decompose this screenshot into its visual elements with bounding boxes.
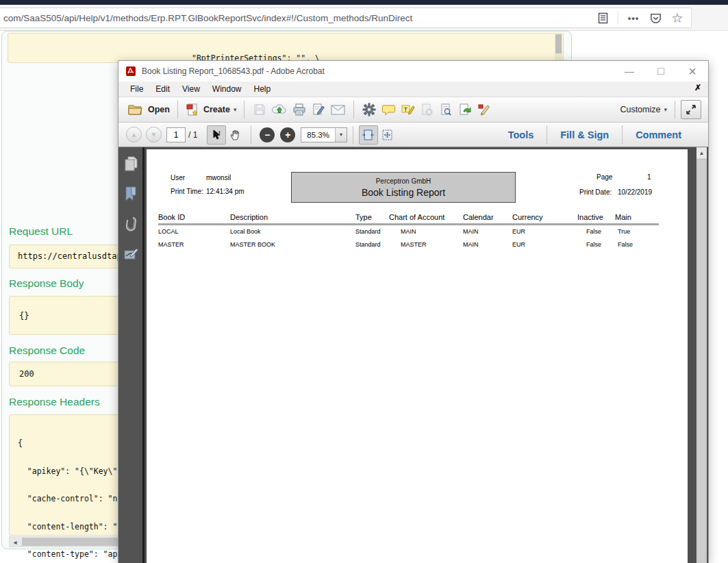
previous-page-button[interactable]: ▲	[126, 127, 142, 142]
toolbar-separator	[675, 101, 675, 118]
upload-cloud-icon	[271, 103, 288, 116]
select-tool-button[interactable]	[207, 125, 226, 145]
attachments-button[interactable]	[121, 214, 140, 233]
tab-tools[interactable]: Tools	[495, 126, 547, 144]
document-scrollbar-thumb[interactable]	[697, 159, 706, 562]
table-cell: Local Book	[230, 228, 261, 235]
expand-window-button[interactable]	[681, 100, 701, 119]
next-page-button[interactable]: ▼	[146, 127, 162, 142]
fill-sign-pen-icon	[477, 103, 491, 116]
open-label: Open	[148, 105, 170, 114]
response-body-heading: Response Body	[9, 277, 84, 290]
reader-mode-icon[interactable]	[596, 11, 610, 25]
fit-page-button[interactable]	[378, 125, 397, 145]
user-value: mwonsil	[206, 174, 231, 182]
toolbar-separator	[251, 126, 251, 144]
email-button[interactable]	[328, 100, 348, 119]
close-button[interactable]: ×	[677, 61, 708, 82]
menu-file[interactable]: File	[124, 84, 149, 94]
report-title-box: Perceptron GmbH Book Listing Report	[291, 172, 516, 203]
create-button[interactable]: Create ▾	[184, 100, 238, 119]
fit-width-button[interactable]	[359, 125, 378, 145]
customize-button[interactable]: Customize ▾	[614, 100, 669, 119]
settings-button[interactable]	[360, 100, 379, 119]
fit-width-icon	[362, 129, 375, 141]
zoom-caret-icon[interactable]: ▾	[335, 128, 347, 142]
bookmark-star-icon[interactable]: ☆	[670, 11, 684, 25]
table-cell: EUR	[512, 228, 525, 235]
minimize-button[interactable]: —	[614, 61, 645, 82]
signatures-button[interactable]	[121, 245, 140, 263]
scroll-up-icon[interactable]: ▲	[696, 148, 707, 158]
table-header-rule	[158, 223, 659, 225]
menu-window[interactable]: Window	[206, 84, 248, 94]
bookmark-icon	[123, 186, 138, 202]
col-header-description: Description	[230, 213, 268, 221]
page-number-input[interactable]	[166, 127, 186, 142]
upload-cloud-button[interactable]	[269, 100, 290, 119]
save-button[interactable]	[250, 100, 269, 119]
zoom-level-control[interactable]: 85.3% ▾	[301, 127, 347, 142]
search-page-button[interactable]	[436, 100, 455, 119]
table-cell: False	[586, 241, 601, 248]
fill-sign-pen-button[interactable]	[475, 100, 494, 119]
bookmarks-button[interactable]	[121, 184, 140, 203]
user-label: User	[171, 174, 185, 182]
acrobat-menu-bar: File Edit View Window Help	[118, 82, 708, 97]
url-bar[interactable]: com/SaaS505/api/Help/v1/methods/Erp.RPT.…	[0, 8, 692, 28]
page-actions-icon[interactable]: •••	[627, 11, 640, 25]
comment-bubble-button[interactable]	[379, 100, 398, 119]
scroll-left-icon[interactable]: ◂	[10, 537, 21, 547]
search-page-icon	[439, 103, 453, 116]
request-url-heading: Request URL	[9, 225, 73, 238]
menu-view[interactable]: View	[176, 84, 206, 94]
print-time-label: Print Time:	[171, 188, 203, 195]
expand-arrows-icon	[685, 103, 697, 116]
remove-page-icon	[420, 103, 434, 116]
zoom-level-value: 85.3%	[301, 131, 335, 139]
table-cell: EUR	[512, 241, 525, 248]
maximize-button[interactable]: □	[645, 61, 677, 82]
menu-edit[interactable]: Edit	[149, 84, 176, 94]
acrobat-main-toolbar: Open Create ▾	[118, 97, 708, 123]
print-button[interactable]	[290, 100, 309, 119]
page-label: Page	[597, 173, 612, 181]
menu-help[interactable]: Help	[248, 84, 277, 94]
remove-page-button[interactable]	[417, 100, 436, 119]
sign-document-button[interactable]	[309, 100, 328, 119]
customize-caret-icon: ▾	[664, 106, 667, 113]
pocket-icon[interactable]	[649, 11, 662, 25]
col-header-type: Type	[355, 213, 372, 221]
document-vertical-scrollbar[interactable]: ▲	[696, 147, 707, 563]
code-scrollbar-thumb[interactable]	[555, 34, 562, 53]
table-cell: MASTER BOOK	[230, 241, 275, 248]
highlight-text-button[interactable]: T	[398, 100, 417, 119]
page-total-label: / 1	[188, 130, 197, 140]
menubar-close-icon[interactable]: ✗	[694, 83, 701, 92]
toolbar-separator	[177, 101, 178, 118]
hand-tool-button[interactable]	[226, 125, 245, 145]
fit-page-icon	[381, 129, 394, 141]
tab-fill-sign[interactable]: Fill & Sign	[547, 126, 622, 144]
select-cursor-icon	[210, 129, 223, 141]
paperclip-icon	[123, 215, 138, 233]
window-title: Book Listing Report_1068543.pdf - Adobe …	[142, 66, 325, 76]
open-button[interactable]: Open	[125, 100, 172, 119]
acrobat-title-bar[interactable]: Book Listing Report_1068543.pdf - Adobe …	[118, 61, 708, 82]
tab-comment[interactable]: Comment	[622, 126, 694, 144]
col-header-chart-of-account: Chart of Account	[389, 213, 444, 221]
export-pdf-button[interactable]	[455, 100, 475, 119]
zoom-in-button[interactable]: +	[280, 127, 295, 142]
table-cell: True	[618, 228, 630, 235]
zoom-out-button[interactable]: −	[260, 127, 275, 142]
code-scrollbar[interactable]	[555, 34, 562, 63]
acrobat-nav-toolbar: ▲ ▼ / 1 − + 85.3% ▾	[118, 123, 708, 147]
col-header-main: Main	[615, 213, 631, 221]
acrobat-window: Book Listing Report_1068543.pdf - Adobe …	[118, 60, 709, 563]
document-area: User mwonsil Print Time: 12:41:34 pm Per…	[118, 147, 708, 563]
page-thumbnails-button[interactable]	[121, 154, 140, 173]
pdf-page: User mwonsil Print Time: 12:41:34 pm Per…	[147, 149, 688, 563]
browser-navigation-bar: com/SaaS505/api/Help/v1/methods/Erp.RPT.…	[0, 5, 728, 31]
url-text[interactable]: com/SaaS505/api/Help/v1/methods/Erp.RPT.…	[3, 13, 596, 23]
toolbar-separator	[353, 101, 354, 118]
